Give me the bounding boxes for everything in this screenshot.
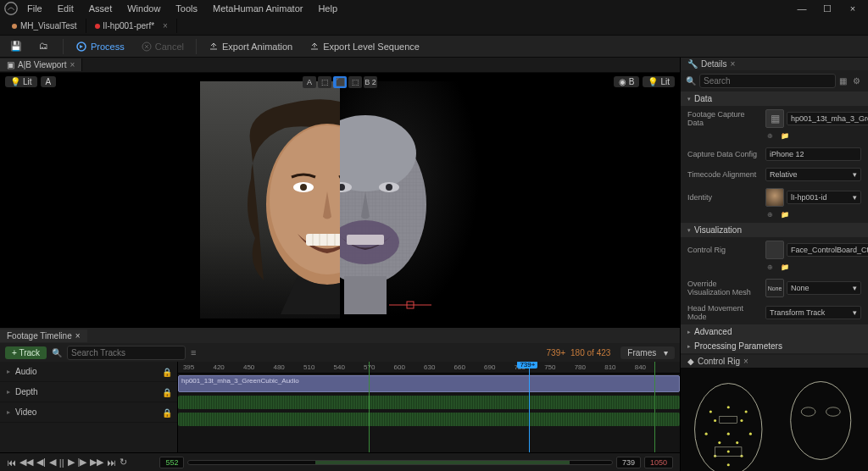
use-selected-button[interactable]: ⊕ <box>765 263 775 272</box>
lock-icon[interactable]: 🔒 <box>162 388 170 396</box>
svg-point-21 <box>386 184 392 191</box>
expand-icon[interactable]: ▸ <box>7 408 10 416</box>
process-button[interactable]: Process <box>70 39 130 54</box>
transport-step-fwd-button[interactable]: |▶ <box>78 457 87 468</box>
timeline-scrubber[interactable] <box>187 460 612 465</box>
expand-icon[interactable]: ▸ <box>7 368 10 375</box>
split-mode-b[interactable]: B 2 <box>364 76 377 88</box>
identity-dropdown[interactable]: lI-hp001-id▾ <box>787 191 861 204</box>
close-icon[interactable]: × <box>163 21 168 30</box>
menu-edit[interactable]: Edit <box>51 2 81 15</box>
control-rig-dropdown[interactable]: Face_ControlBoard_CtrlR▾ <box>787 243 868 257</box>
footage-capture-dropdown[interactable]: hp001_13t_mha_3_Greer▾ <box>787 112 868 125</box>
transport-play-back-button[interactable]: ◀ <box>49 457 56 468</box>
section-advanced[interactable]: ▸Advanced <box>681 324 868 339</box>
cancel-button[interactable]: Cancel <box>136 40 189 53</box>
track-row-depth[interactable]: ▸ Depth 🔒 <box>0 382 177 402</box>
use-selected-button[interactable]: ⊕ <box>765 210 775 219</box>
track-search-input[interactable] <box>67 346 186 360</box>
close-icon[interactable]: × <box>743 357 748 366</box>
rig-thumb[interactable] <box>765 241 784 259</box>
window-minimize-button[interactable]: — <box>790 2 814 15</box>
doc-tab-visualtest[interactable]: MH_VisualTest <box>3 19 86 33</box>
track-row-audio[interactable]: ▸ Audio 🔒 <box>0 362 177 382</box>
gear-icon[interactable]: ⚙ <box>853 76 863 86</box>
menu-help[interactable]: Help <box>311 2 344 15</box>
head-movement-dropdown[interactable]: Transform Track▾ <box>765 306 861 319</box>
out-marker[interactable] <box>654 362 655 452</box>
section-data[interactable]: ▾Data <box>681 91 868 106</box>
transport-end-button[interactable]: ⏭ <box>107 457 116 468</box>
transport-pause-button[interactable]: || <box>59 457 64 468</box>
menu-file[interactable]: File <box>20 2 49 15</box>
track-row-video[interactable]: ▸ Video 🔒 <box>0 402 177 423</box>
window-maximize-button[interactable]: ☐ <box>815 2 839 16</box>
viewport[interactable]: 💡Lit A A ⬚ ⬛ ⬚ B 2 ◉ B 💡Lit <box>0 73 680 327</box>
use-selected-button[interactable]: ⊕ <box>765 131 775 141</box>
filter-icon[interactable]: ≡ <box>191 347 196 357</box>
timeline-canvas[interactable]: 395 420 450 480 510 540 570 600 630 660 … <box>178 362 680 452</box>
lock-icon[interactable]: 🔒 <box>162 408 170 417</box>
export-sequence-button[interactable]: Export Level Sequence <box>304 40 425 53</box>
details-search-input[interactable] <box>699 74 836 88</box>
menu-tools[interactable]: Tools <box>169 2 204 15</box>
transport-step-back-button[interactable]: ◀| <box>36 457 46 468</box>
playhead[interactable] <box>529 362 530 452</box>
timeline-tab[interactable]: Footage Timeline × <box>0 330 87 342</box>
menu-asset[interactable]: Asset <box>82 2 120 15</box>
viewport-camera-b[interactable]: ◉ B <box>614 76 640 87</box>
expand-icon[interactable]: ▸ <box>7 388 10 396</box>
transport-fastfwd-button[interactable]: ▶▶ <box>90 457 103 468</box>
menu-window[interactable]: Window <box>120 2 167 15</box>
capture-config-dropdown[interactable]: iPhone 12 <box>765 147 861 161</box>
viewport-lit-mode-a[interactable]: 💡Lit <box>5 76 37 87</box>
layers-icon: 🗂 <box>39 41 51 53</box>
viewport-camera-a[interactable]: A <box>41 76 57 87</box>
menu-metahuman[interactable]: MetaHuman Animator <box>206 2 309 15</box>
current-frame-field[interactable]: 739 <box>616 457 641 468</box>
transport-start-button[interactable]: ⏮ <box>7 457 16 468</box>
section-visualization[interactable]: ▾Visualization <box>681 223 868 237</box>
grid-icon[interactable]: ▦ <box>839 76 849 86</box>
add-track-button[interactable]: + Track <box>5 346 47 359</box>
section-processing[interactable]: ▸Processing Parameters <box>681 339 868 353</box>
export-animation-button[interactable]: Export Animation <box>203 40 298 53</box>
close-icon[interactable]: × <box>70 60 75 69</box>
browse-button[interactable]: 🗂 <box>34 39 56 54</box>
transport-loop-button[interactable]: ↻ <box>120 457 127 468</box>
control-rig-tab[interactable]: ◆ Control Rig × <box>681 355 755 368</box>
asset-thumb-icon[interactable]: ▦ <box>765 109 784 128</box>
split-mode-3[interactable]: ⬚ <box>348 76 362 88</box>
depth-clip[interactable] <box>178 396 680 409</box>
split-mode-2[interactable]: ⬛ <box>333 76 347 88</box>
lock-icon[interactable]: 🔒 <box>162 368 170 376</box>
browse-asset-button[interactable]: 📁 <box>780 131 789 141</box>
timecode-dropdown[interactable]: Relative▾ <box>765 168 861 181</box>
transport-play-button[interactable]: ▶ <box>68 457 75 468</box>
video-clip[interactable] <box>178 413 680 426</box>
close-icon[interactable]: × <box>731 59 736 69</box>
save-button[interactable]: 💾 <box>5 39 27 54</box>
browse-asset-button[interactable]: 📁 <box>780 210 789 219</box>
viewport-tab[interactable]: ▣ A|B Viewport × <box>0 58 82 71</box>
transport-rewind-button[interactable]: ◀◀ <box>19 457 33 468</box>
out-frame-field[interactable]: 1050 <box>644 457 673 468</box>
browse-asset-button[interactable]: 📁 <box>780 263 789 272</box>
doc-tab-perf[interactable]: lI-hp001-perf* × <box>86 19 177 33</box>
identity-thumb[interactable] <box>765 188 784 207</box>
in-frame-field[interactable]: 552 <box>159 457 184 468</box>
timeline-ruler[interactable]: 395 420 450 480 510 540 570 600 630 660 … <box>178 362 680 374</box>
svg-point-33 <box>727 406 730 408</box>
control-rig-viewport[interactable]: TWEAKERS <box>681 368 868 471</box>
override-mesh-dropdown[interactable]: None▾ <box>787 281 861 295</box>
none-thumb[interactable]: None <box>765 279 784 297</box>
details-tab[interactable]: 🔧 Details × <box>681 58 742 70</box>
audio-clip[interactable]: hp001_13t_mha_3_GreenCubic_Audio <box>178 375 680 392</box>
split-mode-1[interactable]: ⬚ <box>318 76 331 88</box>
viewport-lit-mode-b[interactable]: 💡Lit <box>643 76 675 87</box>
time-unit-dropdown[interactable]: Frames ▾ <box>620 346 675 359</box>
window-close-button[interactable]: × <box>841 2 865 15</box>
close-icon[interactable]: × <box>75 331 81 341</box>
split-mode-a[interactable]: A <box>303 76 316 88</box>
in-marker[interactable] <box>369 362 370 452</box>
